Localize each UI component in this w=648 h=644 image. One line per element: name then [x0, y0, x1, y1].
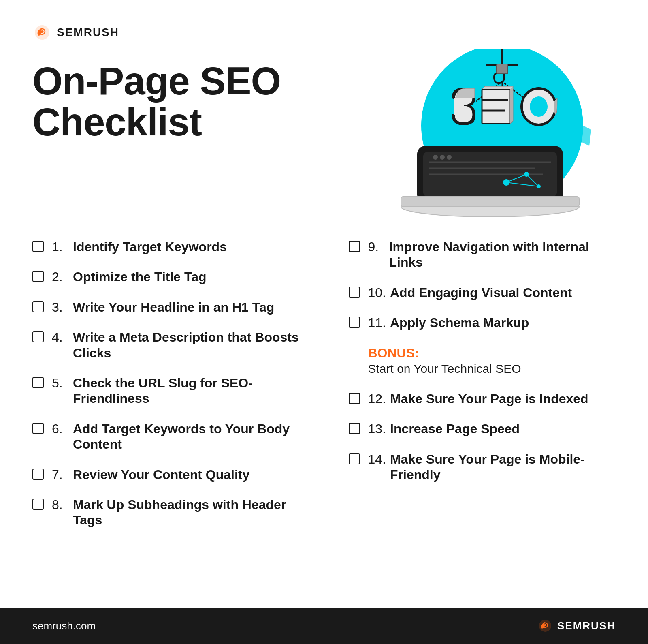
- right-checklist-item-13: 13. Increase Page Speed: [349, 421, 616, 436]
- left-checklist-item-7: 7. Review Your Content Quality: [32, 467, 300, 482]
- item-number-5: 5.: [52, 375, 69, 391]
- left-checklist-item-4: 4. Write a Meta Description that Boosts …: [32, 329, 300, 361]
- item-text-r10: Add Engaging Visual Content: [390, 285, 572, 300]
- checkbox-3[interactable]: [32, 301, 44, 312]
- footer: semrush.com SEMRUSH: [0, 608, 648, 644]
- item-text-8: Mark Up Subheadings with Header Tags: [73, 497, 300, 528]
- item-content-r9: 9. Improve Navigation with Internal Link…: [368, 239, 616, 270]
- left-checklist-item-3: 3. Write Your Headline in an H1 Tag: [32, 300, 300, 315]
- footer-logo-text: SEMRUSH: [557, 620, 616, 632]
- item-number-7: 7.: [52, 467, 69, 482]
- item-text-5: Check the URL Slug for SEO-Friendliness: [73, 375, 300, 407]
- item-text-r13: Increase Page Speed: [390, 421, 520, 436]
- checkbox-7[interactable]: [32, 469, 44, 480]
- left-checklist-item-5: 5. Check the URL Slug for SEO-Friendline…: [32, 375, 300, 407]
- item-text-3: Write Your Headline in an H1 Tag: [73, 300, 274, 315]
- logo-area: SEMRUSH: [32, 24, 616, 41]
- item-content-7: 7. Review Your Content Quality: [52, 467, 249, 482]
- checkbox-4[interactable]: [32, 331, 44, 342]
- footer-url: semrush.com: [32, 620, 96, 632]
- right-checklist-item-14: 14. Make Sure Your Page is Mobile-Friend…: [349, 451, 616, 483]
- left-checklist-item-2: 2. Optimize the Title Tag: [32, 269, 300, 285]
- bonus-label: BONUS:: [368, 345, 616, 361]
- right-checklist-item-10: 10. Add Engaging Visual Content: [349, 285, 616, 300]
- bonus-block: BONUS: Start on Your Technical SEO: [349, 345, 616, 377]
- footer-logo-icon: [537, 619, 553, 633]
- right-checklist-item-9: 9. Improve Navigation with Internal Link…: [349, 239, 616, 270]
- checkbox-r13[interactable]: [349, 423, 360, 434]
- item-number-2: 2.: [52, 269, 69, 285]
- svg-point-22: [447, 155, 452, 160]
- item-content-4: 4. Write a Meta Description that Boosts …: [52, 329, 300, 361]
- item-number-r12: 12.: [368, 391, 386, 407]
- item-number-r14: 14.: [368, 451, 386, 467]
- svg-rect-30: [401, 197, 579, 207]
- right-checklist-item-12: 12. Make Sure Your Page is Indexed: [349, 391, 616, 407]
- bonus-sub: Start on Your Technical SEO: [368, 361, 616, 377]
- item-text-r9: Improve Navigation with Internal Links: [389, 239, 616, 270]
- page-title: On-Page SEO Checklist: [32, 61, 281, 143]
- item-content-8: 8. Mark Up Subheadings with Header Tags: [52, 497, 300, 528]
- checkbox-5[interactable]: [32, 377, 44, 388]
- checkbox-r14[interactable]: [349, 453, 360, 464]
- item-content-5: 5. Check the URL Slug for SEO-Friendline…: [52, 375, 300, 407]
- svg-point-33: [544, 624, 546, 626]
- item-content-6: 6. Add Target Keywords to Your Body Cont…: [52, 421, 300, 452]
- item-content-r14: 14. Make Sure Your Page is Mobile-Friend…: [368, 451, 616, 483]
- page-title-block: On-Page SEO Checklist: [32, 61, 281, 143]
- checkbox-6[interactable]: [32, 423, 44, 434]
- seo-illustration-svg: [364, 49, 616, 219]
- hero-image: [364, 49, 616, 219]
- svg-point-2: [41, 30, 43, 33]
- right-column: 9. Improve Navigation with Internal Link…: [324, 239, 616, 497]
- item-text-1: Identify Target Keywords: [73, 239, 227, 255]
- item-text-r11: Apply Schema Markup: [390, 315, 529, 330]
- semrush-logo-icon: [32, 24, 52, 41]
- item-text-2: Optimize the Title Tag: [73, 269, 207, 285]
- item-number-3: 3.: [52, 300, 69, 315]
- checkbox-r11[interactable]: [349, 317, 360, 328]
- footer-logo: SEMRUSH: [537, 619, 616, 633]
- item-text-7: Review Your Content Quality: [73, 467, 249, 482]
- svg-rect-6: [497, 64, 508, 74]
- right-checklist-item-11: 11. Apply Schema Markup: [349, 315, 616, 330]
- item-content-1: 1. Identify Target Keywords: [52, 239, 227, 255]
- item-content-r13: 13. Increase Page Speed: [368, 421, 520, 436]
- item-text-4: Write a Meta Description that Boosts Cli…: [73, 329, 300, 361]
- checklist-section: 1. Identify Target Keywords 2. Optimize …: [32, 239, 616, 543]
- left-column: 1. Identify Target Keywords 2. Optimize …: [32, 239, 324, 543]
- item-content-r12: 12. Make Sure Your Page is Indexed: [368, 391, 588, 407]
- checkbox-r10[interactable]: [349, 287, 360, 298]
- checkbox-1[interactable]: [32, 241, 44, 252]
- item-content-3: 3. Write Your Headline in an H1 Tag: [52, 300, 274, 315]
- main-content: SEMRUSH On-Page SEO Checklist: [0, 0, 648, 608]
- header-logo-text: SEMRUSH: [57, 26, 119, 39]
- item-content-r11: 11. Apply Schema Markup: [368, 315, 529, 330]
- svg-point-21: [440, 155, 445, 160]
- item-number-r10: 10.: [368, 285, 386, 300]
- left-checklist-item-8: 8. Mark Up Subheadings with Header Tags: [32, 497, 300, 528]
- item-text-6: Add Target Keywords to Your Body Content: [73, 421, 300, 452]
- left-checklist-item-6: 6. Add Target Keywords to Your Body Cont…: [32, 421, 300, 452]
- item-content-r10: 10. Add Engaging Visual Content: [368, 285, 572, 300]
- item-number-1: 1.: [52, 239, 69, 255]
- item-content-2: 2. Optimize the Title Tag: [52, 269, 207, 285]
- item-text-r12: Make Sure Your Page is Indexed: [390, 391, 588, 407]
- svg-point-20: [433, 155, 438, 160]
- item-number-4: 4.: [52, 329, 69, 345]
- checkbox-r9[interactable]: [349, 241, 360, 252]
- item-number-8: 8.: [52, 497, 69, 512]
- item-number-r13: 13.: [368, 421, 386, 436]
- item-text-r14: Make Sure Your Page is Mobile-Friendly: [390, 451, 616, 483]
- checkbox-r12[interactable]: [349, 393, 360, 404]
- checkbox-2[interactable]: [32, 271, 44, 282]
- item-number-r9: 9.: [368, 239, 385, 255]
- svg-point-14: [530, 96, 548, 117]
- hero-section: On-Page SEO Checklist: [32, 61, 616, 219]
- left-checklist-item-1: 1. Identify Target Keywords: [32, 239, 300, 255]
- svg-rect-10: [482, 89, 510, 124]
- checkbox-8[interactable]: [32, 499, 44, 510]
- item-number-r11: 11.: [368, 315, 386, 330]
- item-number-6: 6.: [52, 421, 69, 436]
